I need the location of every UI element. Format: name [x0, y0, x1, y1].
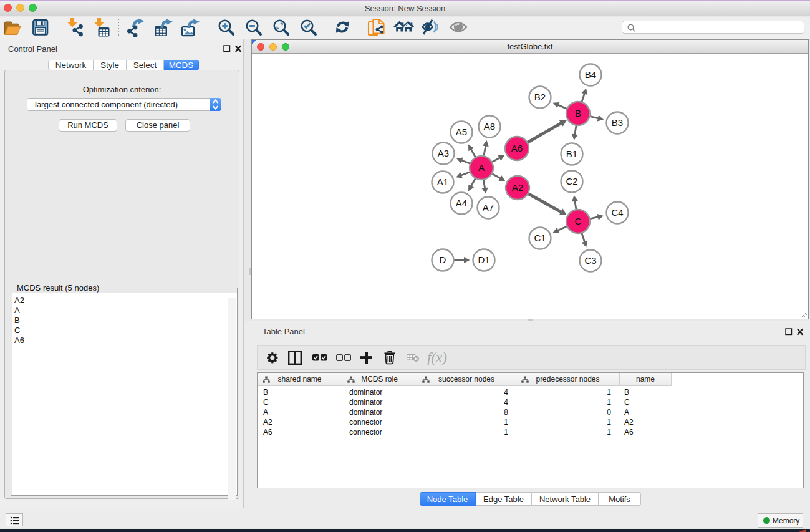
- svg-text:A2: A2: [512, 182, 523, 193]
- svg-text:A8: A8: [484, 121, 495, 132]
- svg-text:C3: C3: [584, 255, 596, 266]
- svg-text:C2: C2: [566, 176, 577, 186]
- svg-text:D: D: [440, 254, 446, 265]
- svg-text:B3: B3: [612, 117, 623, 128]
- svg-text:D1: D1: [478, 254, 489, 265]
- svg-text:f(x): f(x): [427, 350, 447, 365]
- svg-text:C1: C1: [534, 233, 546, 243]
- svg-text:A3: A3: [438, 148, 449, 158]
- svg-text:A6: A6: [511, 143, 523, 153]
- svg-text:A4: A4: [456, 198, 467, 208]
- svg-text:B2: B2: [534, 92, 546, 102]
- svg-text:A: A: [478, 162, 485, 173]
- svg-text:B: B: [575, 108, 581, 118]
- svg-text:A5: A5: [456, 127, 467, 137]
- svg-text:C4: C4: [611, 207, 623, 218]
- svg-text:A7: A7: [483, 202, 494, 213]
- svg-text:B1: B1: [566, 148, 577, 159]
- svg-text:A1: A1: [437, 177, 448, 187]
- svg-text:C: C: [575, 216, 582, 226]
- svg-text:B4: B4: [585, 69, 596, 80]
